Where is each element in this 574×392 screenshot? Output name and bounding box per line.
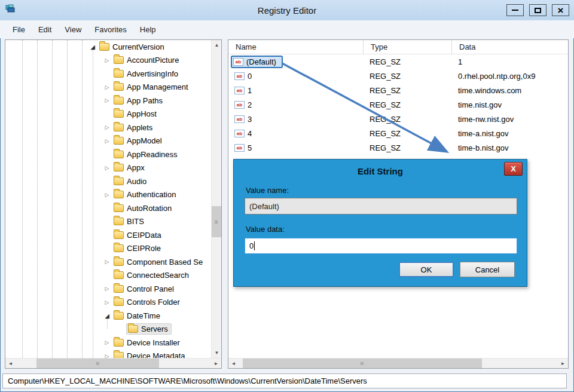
- column-header-data[interactable]: Data: [452, 40, 568, 54]
- list-row[interactable]: ab4REG_SZtime-a.nist.gov: [228, 126, 568, 140]
- tree-expander-icon[interactable]: ▷: [102, 339, 112, 345]
- tree-item[interactable]: ◢CurrentVersion: [5, 40, 211, 54]
- tree-item[interactable]: AppReadiness: [5, 148, 211, 161]
- tree-expander-icon[interactable]: ▷: [102, 192, 112, 198]
- scroll-left-icon[interactable]: ◄: [5, 359, 16, 369]
- tree-item[interactable]: ▷App Management: [5, 81, 211, 94]
- tree-item-label: App Paths: [127, 96, 163, 105]
- tree-expander-icon[interactable]: ▷: [102, 84, 112, 90]
- tree-item[interactable]: CEIPData: [5, 228, 211, 242]
- tree-expander-icon[interactable]: ◢: [102, 313, 112, 319]
- list-header: Name Type Data: [228, 40, 568, 54]
- tree-item-label: AppReadiness: [127, 150, 178, 159]
- edit-string-dialog: Edit String X Value name: (Default) Valu…: [233, 159, 527, 287]
- value-type: REG_SZ: [364, 100, 452, 109]
- folder-icon: [114, 70, 124, 78]
- tree-item[interactable]: ▷Device Metadata: [5, 350, 211, 359]
- tree-item-label: AppModel: [127, 136, 162, 145]
- list-row[interactable]: ab5REG_SZtime-b.nist.gov: [228, 140, 568, 155]
- tree-item[interactable]: ▷AppModel: [5, 134, 211, 148]
- window-title: Registry Editor: [0, 5, 574, 16]
- tree-item[interactable]: ▷Component Based Se: [5, 255, 211, 269]
- tree-vscroll-thumb[interactable]: ≡: [212, 206, 221, 237]
- value-data-label: Value data:: [246, 225, 285, 234]
- scroll-up-icon[interactable]: ▲: [212, 40, 222, 50]
- menu-item-edit[interactable]: Edit: [32, 20, 58, 38]
- folder-icon: [114, 110, 124, 118]
- folder-icon: [114, 56, 124, 64]
- tree-item-label: CEIPData: [127, 231, 161, 240]
- value-type: REG_SZ: [364, 143, 452, 152]
- tree-item[interactable]: ▷Control Panel: [5, 282, 211, 296]
- close-button[interactable]: ×: [552, 4, 569, 16]
- tree-item[interactable]: ▷Controls Folder: [5, 296, 211, 310]
- list-row[interactable]: ab0REG_SZ0.rhel.pool.ntp.org,0x9: [228, 69, 568, 83]
- value-type: REG_SZ: [364, 72, 452, 81]
- tree-expander-icon[interactable]: ▷: [102, 286, 112, 292]
- tree-item[interactable]: ◢DateTime: [5, 309, 211, 323]
- tree-item-label: ConnectedSearch: [127, 271, 189, 280]
- tree-item[interactable]: ▷Authentication: [5, 188, 211, 202]
- list-row[interactable]: ab2REG_SZtime.nist.gov: [228, 97, 568, 112]
- scroll-right-icon[interactable]: ►: [211, 359, 221, 369]
- value-name-input[interactable]: (Default): [245, 198, 517, 215]
- column-header-type[interactable]: Type: [364, 40, 452, 54]
- tree-expander-icon[interactable]: ▷: [102, 97, 112, 103]
- tree-item[interactable]: ▷Device Installer: [5, 336, 211, 350]
- value-name: 3: [248, 115, 252, 124]
- tree-horizontal-scrollbar[interactable]: ◄ ≡ ►: [5, 358, 221, 368]
- tree-expander-icon[interactable]: ▷: [102, 165, 112, 171]
- tree-expander-icon[interactable]: ◢: [88, 44, 97, 50]
- cancel-button[interactable]: Cancel: [460, 262, 515, 277]
- text-cursor: [254, 241, 255, 250]
- list-hscroll-thumb[interactable]: ≡: [243, 359, 482, 368]
- tree-hscroll-thumb[interactable]: ≡: [36, 359, 159, 368]
- value-data: 1: [452, 57, 568, 66]
- list-row[interactable]: ab1REG_SZtime.windows.com: [228, 83, 568, 97]
- tree-expander-icon[interactable]: ▷: [102, 124, 112, 130]
- tree-item[interactable]: Audio: [5, 174, 211, 188]
- value-data-input[interactable]: 0: [245, 238, 517, 254]
- menu-item-file[interactable]: File: [6, 20, 32, 38]
- scroll-right-icon[interactable]: ►: [558, 359, 568, 369]
- tree-expander-icon[interactable]: ▷: [102, 259, 112, 265]
- tree-expander-icon[interactable]: ▷: [102, 299, 112, 305]
- minimize-button[interactable]: [506, 4, 524, 16]
- tree-item[interactable]: ▷App Paths: [5, 94, 211, 108]
- tree-expander-icon[interactable]: ▷: [102, 138, 112, 144]
- tree-item-label: Device Installer: [127, 338, 180, 347]
- ok-button[interactable]: OK: [399, 262, 454, 277]
- list-horizontal-scrollbar[interactable]: ◄ ≡ ►: [228, 358, 568, 368]
- tree-item[interactable]: ▷Appx: [5, 161, 211, 175]
- tree-item-label: BITS: [127, 217, 144, 226]
- value-data: time.windows.com: [452, 86, 568, 95]
- dialog-close-button[interactable]: X: [504, 162, 523, 176]
- folder-icon: [114, 218, 124, 225]
- tree-item[interactable]: AdvertisingInfo: [5, 67, 211, 81]
- tree-item-label: Controls Folder: [127, 298, 180, 307]
- tree-item[interactable]: BITS: [5, 215, 211, 229]
- column-header-name[interactable]: Name: [228, 40, 364, 54]
- tree-item[interactable]: AppHost: [5, 108, 211, 121]
- tree-item[interactable]: ▷AccountPicture: [5, 54, 211, 68]
- list-row[interactable]: ab3REG_SZtime-nw.nist.gov: [228, 112, 568, 126]
- tree-item[interactable]: AutoRotation: [5, 201, 211, 215]
- menu-item-help[interactable]: Help: [133, 20, 163, 38]
- menu-item-view[interactable]: View: [58, 20, 88, 38]
- folder-icon: [114, 177, 124, 185]
- tree-expander-icon[interactable]: ▷: [102, 353, 112, 358]
- folder-icon: [114, 164, 124, 172]
- tree-item[interactable]: CEIPRole: [5, 242, 211, 256]
- tree-item[interactable]: ▷Applets: [5, 121, 211, 134]
- reg-sz-icon: ab: [234, 144, 245, 152]
- tree-expander-icon[interactable]: ▷: [102, 57, 112, 63]
- folder-icon: [114, 285, 124, 293]
- menu-item-favorites[interactable]: Favorites: [88, 20, 133, 38]
- tree-item[interactable]: Servers: [5, 323, 211, 336]
- tree-item[interactable]: ConnectedSearch: [5, 269, 211, 283]
- scroll-down-icon[interactable]: ▼: [212, 348, 222, 358]
- maximize-button[interactable]: [529, 4, 546, 16]
- scroll-left-icon[interactable]: ◄: [228, 359, 239, 369]
- tree-vertical-scrollbar[interactable]: ▲ ≡ ▼: [211, 40, 221, 358]
- list-row[interactable]: ab(Default)REG_SZ1: [228, 54, 568, 69]
